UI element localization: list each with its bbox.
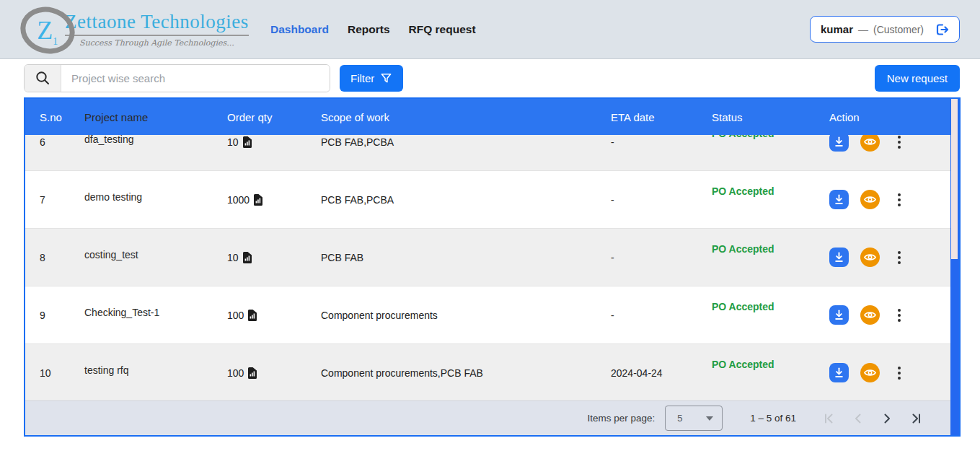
last-page-button[interactable] [901,404,930,433]
table-row: 7 demo testing 1000 PCB FAB,PCBA - PO Ac… [25,171,950,229]
search-input[interactable] [61,65,330,92]
controls-row: Filter New request [24,64,960,92]
new-request-button-label: New request [887,72,948,84]
order-qty-doc-icon [242,136,252,148]
download-button[interactable] [829,135,849,152]
cell-project-name: Checking_Test-1 [84,307,227,318]
user-role: (Customer) [873,24,924,35]
col-header-eta: ETA date [611,111,712,123]
download-icon [832,193,846,206]
view-button[interactable] [860,305,880,325]
pager-controls [815,404,930,433]
more-options-button[interactable] [893,190,906,209]
cell-status: PO Accepted [712,194,829,206]
logout-icon[interactable] [935,22,949,37]
prev-page-button[interactable] [844,404,873,433]
download-button[interactable] [829,363,849,382]
cell-eta-date: - [611,194,712,206]
page-size-select[interactable]: 5 [665,406,723,431]
filter-button[interactable]: Filter [340,65,403,92]
search-group [24,64,330,92]
vertical-scrollbar[interactable] [950,99,959,435]
table-body[interactable]: 6 dfa_testing 10 PCB FAB,PCBA - PO Accep… [25,135,950,400]
select-caret-icon [706,416,713,421]
order-qty-value: 10 [227,252,239,263]
col-header-action: Action [829,111,950,123]
col-header-qty: Order qty [227,111,321,123]
cell-actions [829,135,950,152]
cell-project-name: testing rfq [84,364,227,376]
eye-icon [863,308,877,322]
cell-eta-date: - [611,136,712,148]
order-qty-value: 100 [227,310,244,321]
order-qty-doc-icon [247,310,257,321]
cell-scope-of-work: PCB FAB,PCBA [321,136,611,148]
cell-actions [829,190,950,209]
view-button[interactable] [860,190,880,209]
view-button[interactable] [860,135,880,152]
search-button[interactable] [25,65,61,92]
more-options-button[interactable] [893,135,906,152]
rfq-table-card: S.no Project name Order qty Scope of wor… [24,97,961,437]
cell-order-qty: 100 [227,367,321,379]
more-options-button[interactable] [893,363,906,382]
search-icon [35,70,50,86]
download-button[interactable] [829,305,849,325]
cell-scope-of-work: Component procurements,PCB FAB [321,367,611,379]
view-button[interactable] [860,363,880,382]
cell-sno: 8 [25,252,84,263]
cell-order-qty: 100 [227,310,321,321]
cell-status: PO Accepted [712,252,829,263]
last-page-icon [909,411,923,426]
new-request-button[interactable]: New request [875,65,960,92]
col-header-sno: S.no [25,111,84,123]
logo-letter-sub: 1 [53,36,58,47]
cell-eta-date: - [611,310,712,321]
cell-scope-of-work: Component procurements [321,310,611,321]
table-header-row: S.no Project name Order qty Scope of wor… [25,99,950,135]
next-page-button[interactable] [873,404,901,433]
nav-dashboard[interactable]: Dashboard [270,23,329,36]
download-button[interactable] [829,248,849,267]
cell-eta-date: - [611,252,712,263]
view-button[interactable] [860,248,880,267]
first-page-button[interactable] [815,404,844,433]
status-badge: PO Accepted [712,243,774,255]
logo-oval-icon: Z1 [15,1,79,58]
download-button[interactable] [829,190,849,209]
download-icon [832,135,846,149]
table-row: 6 dfa_testing 10 PCB FAB,PCBA - PO Accep… [25,135,950,171]
user-menu[interactable]: kumar — (Customer) [810,16,960,43]
status-badge: PO Accepted [712,135,774,139]
table-row: 9 Checking_Test-1 100 Component procurem… [25,286,950,344]
brand-name: Zettaone Technologies [65,11,249,33]
scrollbar-thumb[interactable] [951,99,958,259]
cell-order-qty: 10 [227,252,321,263]
cell-status: PO Accepted [712,310,829,321]
cell-sno: 10 [25,367,84,379]
cell-project-name: costing_test [84,249,227,260]
more-options-button[interactable] [893,305,906,325]
cell-eta-date: 2024-04-24 [611,367,712,379]
cell-project-name: dfa_testing [84,135,227,145]
order-qty-doc-icon [242,252,252,263]
col-header-project: Project name [84,111,227,123]
top-bar: Z1 Zettaone Technologies Success Through… [0,0,980,59]
next-page-icon [880,411,894,426]
user-separator: — [858,24,868,35]
nav-rfq-request[interactable]: RFQ request [409,23,476,36]
nav-reports[interactable]: Reports [348,23,390,36]
eye-icon [863,366,877,380]
filter-button-label: Filter [350,72,374,84]
user-name: kumar [821,23,853,35]
pagination-bar: Items per page: 5 1 – 5 of 61 [25,400,950,435]
cell-sno: 6 [25,136,84,148]
order-qty-value: 100 [227,367,244,379]
status-badge: PO Accepted [712,185,774,197]
download-icon [832,308,846,322]
more-options-button[interactable] [893,248,906,267]
page-size-value: 5 [677,413,682,424]
prev-page-icon [851,411,865,426]
first-page-icon [822,411,836,426]
cell-actions [829,248,950,267]
